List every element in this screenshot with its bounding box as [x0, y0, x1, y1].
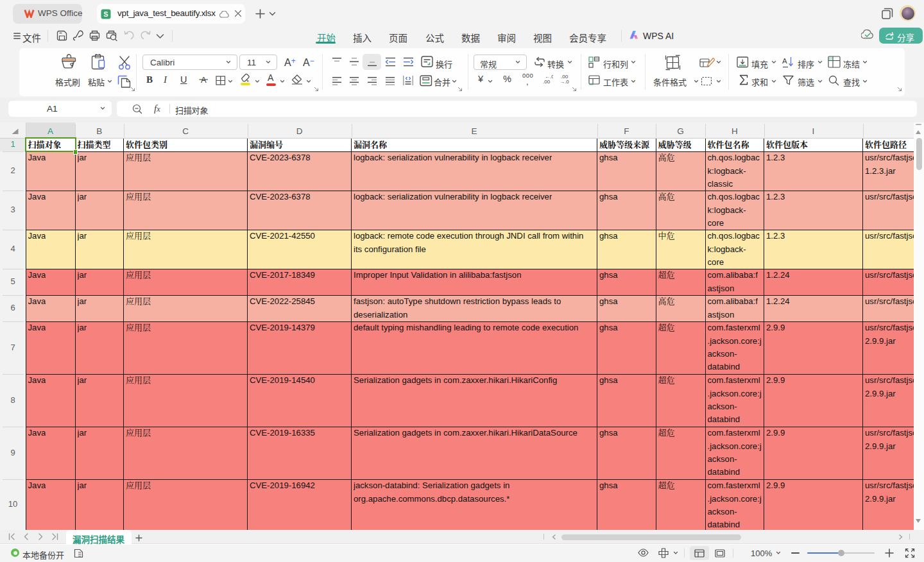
- svg-text:.00: .00: [543, 79, 551, 84]
- svg-text:A: A: [782, 57, 787, 65]
- svg-text:S: S: [103, 10, 108, 18]
- svg-text:→.0: →.0: [560, 79, 569, 84]
